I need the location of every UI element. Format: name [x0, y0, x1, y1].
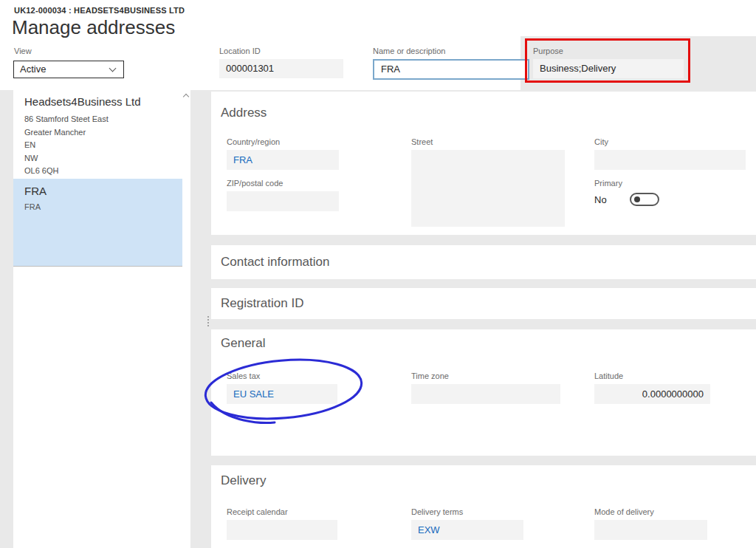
mode-of-delivery-field: Mode of delivery	[594, 507, 707, 540]
latitude-field: Latitude 0.0000000000	[594, 371, 710, 404]
scroll-up-icon[interactable]	[183, 94, 189, 100]
list-item-title: FRA	[24, 185, 180, 197]
list-item-line: NW	[24, 152, 180, 165]
primary-toggle[interactable]	[630, 193, 659, 206]
panel-splitter-handle[interactable]	[207, 316, 210, 328]
section-registration: Registration ID	[211, 288, 756, 319]
section-registration-header[interactable]: Registration ID	[221, 296, 303, 311]
name-input[interactable]: FRA	[373, 59, 529, 80]
list-item-line: 86 Stamford Steet East	[24, 113, 180, 126]
receipt-calendar-field: Receipt calendar	[227, 507, 337, 540]
sales-tax-field: Sales tax EU SALE	[227, 371, 337, 404]
purpose-field: Purpose Business;Delivery	[533, 47, 684, 78]
view-selected-value: Active	[20, 61, 46, 78]
section-general: General Sales tax EU SALE Time zone Lati…	[211, 329, 756, 456]
primary-field: Primary No	[594, 179, 659, 206]
manage-addresses-page: UK12-000034 : HEADSETS4BUSINESS LTD Mana…	[0, 0, 756, 548]
location-id-label: Location ID	[219, 47, 343, 55]
view-label: View	[14, 47, 32, 55]
country-input[interactable]: FRA	[227, 150, 339, 170]
section-address: Address Country/region FRA Street City Z…	[211, 92, 756, 235]
list-scrollbar[interactable]	[182, 90, 190, 547]
list-item-line: Greater Mancher	[24, 126, 180, 140]
purpose-label: Purpose	[533, 47, 684, 55]
list-item-fra-selected[interactable]: FRA FRA	[13, 179, 190, 267]
name-label: Name or description	[373, 47, 529, 55]
primary-value: No	[594, 194, 630, 205]
name-field: Name or description FRA	[373, 47, 529, 80]
latitude-input[interactable]: 0.0000000000	[594, 384, 710, 404]
section-general-header[interactable]: General	[221, 336, 265, 351]
list-item-line: OL6 6QH	[24, 165, 180, 178]
list-item-title: Headsets4Business Ltd	[24, 95, 180, 108]
record-id-caption: UK12-000034 : HEADSETS4BUSINESS LTD	[14, 6, 185, 15]
time-zone-input[interactable]	[411, 384, 560, 404]
toggle-knob-icon	[634, 196, 640, 202]
list-item-line: FRA	[24, 202, 180, 211]
zip-input[interactable]	[227, 191, 339, 211]
street-input[interactable]	[411, 150, 565, 227]
mode-of-delivery-input[interactable]	[594, 520, 707, 540]
list-item-company[interactable]: Headsets4Business Ltd 86 Stamford Steet …	[13, 90, 190, 179]
section-address-header[interactable]: Address	[221, 106, 267, 120]
street-field: Street	[411, 137, 565, 227]
chevron-down-icon	[109, 65, 117, 72]
section-delivery: Delivery Receipt calendar Delivery terms…	[211, 465, 756, 548]
city-field: City	[594, 137, 746, 170]
list-item-line: EN	[24, 139, 180, 152]
purpose-input[interactable]: Business;Delivery	[533, 59, 684, 78]
page-title: Manage addresses	[12, 16, 175, 39]
address-list: Headsets4Business Ltd 86 Stamford Steet …	[13, 90, 190, 548]
delivery-terms-field: Delivery terms EXW	[411, 507, 523, 540]
time-zone-field: Time zone	[411, 371, 560, 404]
location-id-field: Location ID 000001301	[219, 47, 343, 78]
receipt-calendar-input[interactable]	[227, 520, 337, 540]
section-contact-header[interactable]: Contact information	[221, 255, 329, 270]
view-dropdown[interactable]: Active	[13, 61, 124, 78]
sales-tax-input[interactable]: EU SALE	[227, 384, 337, 404]
city-input[interactable]	[594, 150, 746, 170]
section-contact: Contact information	[211, 245, 756, 279]
section-delivery-header[interactable]: Delivery	[221, 473, 266, 488]
zip-field: ZIP/postal code	[227, 179, 339, 211]
country-field: Country/region FRA	[227, 137, 339, 170]
delivery-terms-input[interactable]: EXW	[411, 520, 523, 540]
location-id-input[interactable]: 000001301	[219, 59, 343, 78]
